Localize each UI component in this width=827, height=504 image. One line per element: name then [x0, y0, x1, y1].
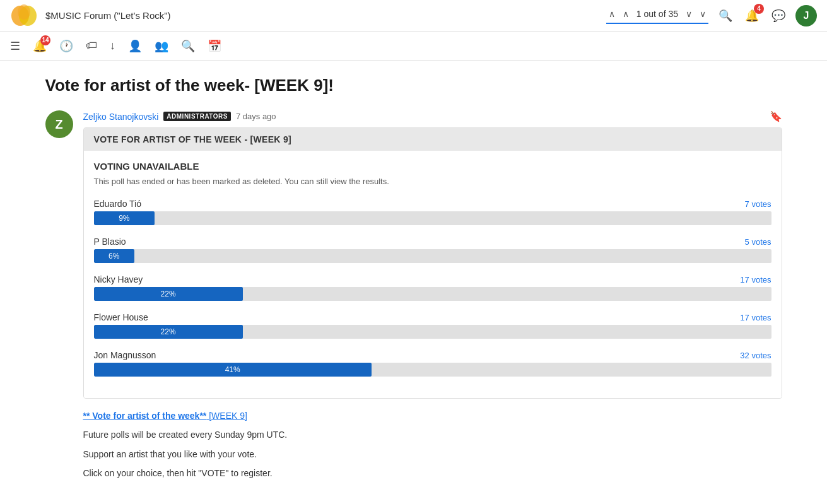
post-text-line2: Future polls will be created every Sunda… [83, 428, 782, 442]
notifications-badge: 4 [754, 4, 764, 14]
user-button[interactable]: 👤 [128, 39, 142, 53]
poll-bar-fill: 9% [94, 211, 155, 225]
user-icon: 👤 [128, 39, 142, 53]
post-meta: Zeljko Stanojkovski ADMINISTRATORS 7 day… [83, 110, 782, 122]
post-text: ** Vote for artist of the week** [WEEK 9… [83, 409, 782, 481]
page-title: Vote for artist of the week- [WEEK 9]! [45, 76, 782, 95]
site-title[interactable]: $MUSIC Forum ("Let's Rock") [45, 10, 171, 21]
post-author-link[interactable]: Zeljko Stanojkovski [83, 112, 159, 122]
poll-option-votes: 17 votes [740, 313, 771, 322]
chat-icon: 💬 [771, 9, 785, 23]
poll-bar-fill: 22% [94, 325, 243, 339]
poll-option-name: Flower House [94, 312, 148, 322]
logo-icon [10, 3, 40, 28]
poll-bar-track: 22% [94, 287, 771, 301]
tags-icon: 🏷 [86, 39, 97, 52]
search-nav-icon: 🔍 [181, 39, 195, 53]
post-nav-prev-prev[interactable]: ∧ [606, 8, 618, 20]
poll-option-name: Eduardo Tió [94, 199, 142, 209]
post-body: Zeljko Stanojkovski ADMINISTRATORS 7 day… [83, 110, 782, 486]
post-text-line1-link[interactable]: ** Vote for artist of the week** [WEEK 9… [83, 411, 247, 421]
top-nav: $MUSIC Forum ("Let's Rock") ∧ ∧ 1 out of… [0, 0, 827, 32]
download-icon: ↓ [110, 39, 115, 52]
calendar-icon: 📅 [208, 39, 221, 53]
recent-button[interactable]: 🕐 [59, 39, 73, 53]
groups-icon: 👥 [155, 39, 168, 53]
post-nav-prev[interactable]: ∧ [620, 8, 631, 20]
user-avatar-button[interactable]: J [795, 5, 817, 26]
poll-option: Nicky Havey 17 votes 22% [94, 274, 771, 301]
clock-icon: 🕐 [59, 39, 73, 53]
second-nav: ☰ 🔔 14 🕐 🏷 ↓ 👤 👥 🔍 📅 [0, 32, 827, 61]
post-text-line4: Click on your choice, then hit "VOTE" to… [83, 466, 782, 480]
voting-unavailable-title: VOTING UNAVAILABLE [94, 161, 771, 172]
voting-unavailable-msg: This poll has ended or has been marked a… [94, 177, 771, 186]
poll-option-name: Jon Magnusson [94, 350, 156, 360]
groups-button[interactable]: 👥 [155, 39, 168, 53]
chat-button[interactable]: 💬 [769, 6, 788, 25]
poll-bar-track: 9% [94, 211, 771, 225]
post-area: Z Zeljko Stanojkovski ADMINISTRATORS 7 d… [45, 110, 782, 486]
post-time: 7 days ago [236, 112, 276, 121]
download-button[interactable]: ↓ [110, 39, 115, 52]
poll-option: Eduardo Tió 7 votes 9% [94, 199, 771, 225]
poll-title-bar: VOTE FOR ARTIST OF THE WEEK - [WEEK 9] [84, 128, 782, 151]
poll-box: VOTE FOR ARTIST OF THE WEEK - [WEEK 9] V… [83, 127, 782, 399]
poll-option-header: Jon Magnusson 32 votes [94, 350, 771, 360]
post-navigator: ∧ ∧ 1 out of 35 ∨ ∨ [606, 8, 708, 24]
poll-bar-track: 6% [94, 249, 771, 263]
admin-badge: ADMINISTRATORS [163, 112, 231, 121]
notifications-button[interactable]: 🔔 4 [742, 6, 761, 25]
poll-option-header: Flower House 17 votes [94, 312, 771, 322]
poll-bar-track: 41% [94, 363, 771, 377]
poll-option-votes: 17 votes [740, 275, 771, 284]
notifications-nav-button[interactable]: 🔔 14 [33, 39, 47, 53]
search-button[interactable]: 🔍 [716, 6, 735, 25]
poll-option: Flower House 17 votes 22% [94, 312, 771, 339]
poll-option: P Blasio 5 votes 6% [94, 237, 771, 263]
search-nav-button[interactable]: 🔍 [181, 39, 195, 53]
post-nav-counter: 1 out of 35 [634, 9, 681, 19]
post-nav-next[interactable]: ∨ [697, 8, 708, 20]
poll-option-votes: 5 votes [745, 237, 771, 247]
post-nav-dropdown[interactable]: ∨ [683, 8, 695, 20]
nav-controls: ∧ ∧ 1 out of 35 ∨ ∨ 🔍 🔔 4 💬 J [606, 5, 817, 26]
logo-area: $MUSIC Forum ("Let's Rock") [10, 3, 606, 28]
post-author-avatar[interactable]: Z [45, 110, 73, 138]
calendar-button[interactable]: 📅 [208, 39, 221, 53]
poll-bar-fill: 6% [94, 249, 134, 263]
poll-bar-fill: 41% [94, 363, 372, 377]
tags-button[interactable]: 🏷 [86, 39, 97, 52]
search-icon: 🔍 [718, 9, 732, 23]
poll-option: Jon Magnusson 32 votes 41% [94, 350, 771, 377]
bookmark-icon[interactable]: 🔖 [770, 110, 782, 122]
poll-content: VOTING UNAVAILABLE This poll has ended o… [84, 151, 782, 398]
poll-bar-fill: 22% [94, 287, 243, 301]
poll-option-name: P Blasio [94, 237, 126, 247]
poll-options-container: Eduardo Tió 7 votes 9% P Blasio 5 votes … [94, 199, 771, 377]
post-text-line3: Support an artist that you like with you… [83, 447, 782, 461]
poll-option-name: Nicky Havey [94, 274, 143, 284]
main-content: Vote for artist of the week- [WEEK 9]! Z… [35, 61, 792, 504]
poll-option-header: Nicky Havey 17 votes [94, 274, 771, 284]
poll-option-votes: 7 votes [745, 199, 771, 209]
svg-point-2 [18, 4, 30, 20]
poll-bar-track: 22% [94, 325, 771, 339]
poll-option-header: Eduardo Tió 7 votes [94, 199, 771, 209]
hamburger-button[interactable]: ☰ [10, 39, 20, 53]
poll-option-header: P Blasio 5 votes [94, 237, 771, 247]
poll-option-votes: 32 votes [740, 351, 771, 360]
notifications-nav-badge: 14 [40, 35, 50, 45]
